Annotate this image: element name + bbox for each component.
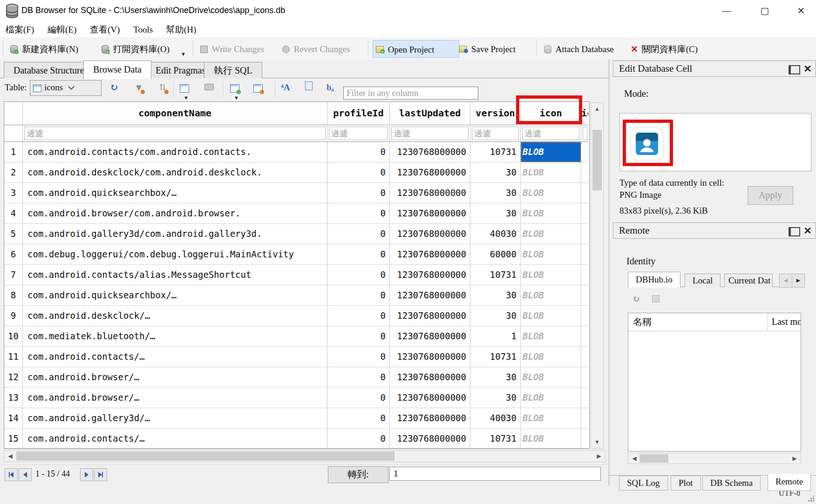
remote-tab-local[interactable]: Local [685, 274, 721, 287]
float-panel-icon[interactable] [789, 227, 800, 236]
row-number[interactable]: 7 [4, 265, 23, 285]
open-project-button[interactable]: ▸ Open Project [373, 40, 459, 58]
row-number[interactable]: 11 [4, 347, 23, 367]
menu-view[interactable]: 查看(V) [84, 22, 125, 37]
cell-icon-blob[interactable]: BLOB [521, 244, 581, 265]
cell-icon-blob[interactable]: BLOB [521, 265, 581, 285]
cell-componentName[interactable]: com.android.gallery3d/com.android.galler… [23, 224, 327, 244]
dock-tab-sql-log[interactable]: SQL Log [619, 476, 668, 491]
cell-profileId[interactable]: 0 [327, 347, 390, 367]
row-number[interactable]: 6 [4, 244, 23, 265]
cell-lastUpdated[interactable]: 1230768000000 [390, 142, 470, 162]
cell-icon-blob[interactable]: BLOB [521, 142, 581, 162]
cell-version[interactable]: 10731 [470, 265, 521, 285]
cell-icon-blob[interactable]: BLOB [521, 306, 581, 326]
close-panel-icon[interactable]: ✕ [803, 227, 812, 235]
cell-version[interactable]: 10731 [470, 429, 521, 449]
filter-lastUpdated-input[interactable] [391, 127, 469, 140]
cell-icon-blob[interactable]: BLOB [521, 326, 581, 347]
cell-version[interactable]: 30 [470, 285, 521, 306]
cell-icon-blob[interactable]: BLOB [521, 429, 581, 449]
cell-partial[interactable] [581, 244, 588, 265]
close-panel-icon[interactable]: ✕ [803, 65, 812, 73]
cell-icon-blob[interactable]: BLOB [521, 388, 581, 408]
row-number[interactable]: 15 [4, 429, 23, 449]
cell-partial[interactable] [581, 388, 588, 408]
maximize-button[interactable]: ▢ [755, 3, 774, 19]
row-number[interactable]: 14 [4, 408, 23, 429]
cell-partial[interactable] [581, 408, 588, 429]
resize-grip[interactable] [808, 496, 814, 502]
delete-record-button[interactable]: − [252, 81, 266, 95]
cell-lastUpdated[interactable]: 1230768000000 [390, 224, 470, 244]
horizontal-scroll-thumb[interactable] [16, 451, 394, 461]
corner-header[interactable] [4, 102, 23, 125]
row-number[interactable]: 1 [4, 142, 23, 162]
cell-componentName[interactable]: com.android.contacts/… [23, 347, 327, 367]
cell-lastUpdated[interactable]: 1230768000000 [390, 429, 470, 449]
cell-version[interactable]: 40030 [470, 224, 521, 244]
remote-scroll-thumb[interactable] [639, 454, 668, 463]
cell-partial[interactable] [581, 265, 588, 285]
first-page-button[interactable] [5, 468, 18, 481]
cell-version[interactable]: 30 [470, 183, 521, 203]
minimize-button[interactable]: — [717, 3, 736, 19]
open-database-dropdown-arrow[interactable]: ▼ [181, 51, 186, 57]
save-project-button[interactable]: Save Project [456, 40, 518, 57]
cell-partial[interactable] [581, 203, 588, 224]
insert-record-button[interactable]: +▼ [229, 81, 243, 95]
row-number[interactable]: 10 [4, 326, 23, 347]
cell-icon-blob[interactable]: BLOB [521, 224, 581, 244]
cell-profileId[interactable]: 0 [327, 429, 390, 449]
cell-partial[interactable] [581, 183, 588, 203]
cell-componentName[interactable]: com.android.deskclock/… [23, 306, 327, 326]
tab-scroll-left-button[interactable]: ◀ [779, 274, 792, 288]
goto-button[interactable]: 轉到: [328, 466, 388, 483]
cell-profileId[interactable]: 0 [327, 285, 390, 306]
cell-lastUpdated[interactable]: 1230768000000 [390, 347, 470, 367]
vertical-scrollbar[interactable]: ▲ ▼ [591, 102, 604, 449]
tab-scroll-right-button[interactable]: ▶ [792, 274, 805, 288]
cell-version[interactable]: 60000 [470, 244, 521, 265]
previous-page-button[interactable] [19, 468, 32, 481]
cell-lastUpdated[interactable]: 1230768000000 [390, 244, 470, 265]
cell-version[interactable]: 30 [470, 203, 521, 224]
scroll-down-arrow[interactable]: ▼ [591, 436, 603, 448]
cell-componentName[interactable]: com.debug.loggerui/com.debug.loggerui.Ma… [23, 244, 327, 265]
filter-profileId-input[interactable] [329, 127, 388, 140]
cell-lastUpdated[interactable]: 1230768000000 [390, 285, 470, 306]
cell-lastUpdated[interactable]: 1230768000000 [390, 388, 470, 408]
row-number[interactable]: 5 [4, 224, 23, 244]
scroll-up-arrow[interactable]: ▲ [591, 103, 603, 115]
column-header-profileId[interactable]: profileId [327, 102, 390, 125]
cell-version[interactable]: 30 [470, 367, 521, 388]
dock-tab-remote[interactable]: Remote [768, 474, 811, 491]
attach-database-button[interactable]: Attach Database [541, 40, 617, 57]
cell-partial[interactable] [581, 162, 588, 183]
column-header-componentName[interactable]: componentName [23, 102, 327, 125]
cell-partial[interactable] [581, 306, 588, 326]
font-settings-button[interactable]: ⁴A [279, 81, 292, 95]
filter-icon-input[interactable] [522, 127, 579, 140]
cell-componentName[interactable]: com.android.contacts/… [23, 429, 327, 449]
cell-partial[interactable] [581, 142, 588, 162]
cell-profileId[interactable]: 0 [327, 244, 390, 265]
refresh-button[interactable]: ↻ [107, 81, 121, 95]
cell-lastUpdated[interactable]: 1230768000000 [390, 326, 470, 347]
menu-tools[interactable]: Tools [128, 23, 158, 36]
apply-button[interactable]: Apply [748, 186, 793, 205]
float-panel-icon[interactable] [789, 65, 800, 74]
dock-tab-db-schema[interactable]: DB Schema [702, 476, 761, 491]
menu-edit[interactable]: 編輯(E) [42, 22, 82, 37]
table-selector[interactable]: icons [30, 80, 102, 96]
write-changes-button[interactable]: Write Changes [197, 40, 267, 57]
tab-browse-data[interactable]: Browse Data [83, 60, 151, 79]
horizontal-scrollbar[interactable]: ◀ ▶ [4, 450, 605, 462]
cell-icon-blob[interactable]: BLOB [521, 408, 581, 429]
cell-version[interactable]: 10731 [470, 142, 521, 162]
cell-profileId[interactable]: 0 [327, 408, 390, 429]
cell-lastUpdated[interactable]: 1230768000000 [390, 183, 470, 203]
tab-execute-sql[interactable]: 執行 SQL [204, 62, 262, 78]
cell-version[interactable]: 30 [470, 306, 521, 326]
cell-profileId[interactable]: 0 [327, 224, 390, 244]
